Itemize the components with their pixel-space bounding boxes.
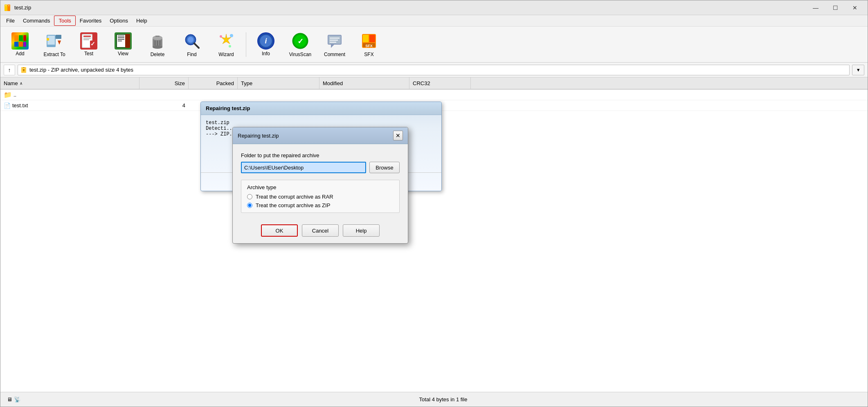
table-row[interactable]: 📁 .. — [0, 90, 868, 100]
comment-label: Comment — [324, 52, 345, 57]
repair-fg-titlebar: Repairing test.zip ✕ — [233, 127, 408, 144]
fg-help-button[interactable]: Help — [343, 224, 380, 237]
find-label: Find — [187, 52, 196, 57]
col-header-modified[interactable]: Modified — [319, 77, 409, 89]
menu-bar: File Commands Tools Favorites Options He… — [0, 15, 868, 27]
col-packed-label: Packed — [216, 80, 234, 86]
svg-point-40 — [188, 37, 193, 43]
find-icon — [182, 32, 201, 50]
col-header-crc32[interactable]: CRC32 — [409, 77, 471, 89]
svg-rect-2 — [5, 5, 7, 6]
repair-bg-title: Repairing test.zip — [206, 105, 250, 111]
comment-icon — [325, 32, 344, 50]
menu-options[interactable]: Options — [106, 16, 132, 25]
status-icon-1: 🖥 — [7, 396, 12, 402]
svg-rect-60 — [369, 35, 375, 42]
svg-rect-56 — [330, 40, 338, 41]
col-header-name[interactable]: Name ∧ — [0, 77, 139, 89]
wizard-label: Wizard — [218, 52, 234, 57]
col-header-size[interactable]: Size — [139, 77, 189, 89]
col-modified-label: Modified — [323, 80, 343, 86]
dialog-close-button[interactable]: ✕ — [393, 131, 403, 140]
test-button[interactable]: ✓ Test — [72, 29, 105, 61]
radio-zip-label: Treat the corrupt archive as ZIP — [256, 202, 330, 208]
ok-button[interactable]: OK — [261, 224, 298, 237]
minimize-button[interactable]: — — [806, 2, 825, 14]
file-cell-modified — [319, 90, 409, 100]
radio-rar[interactable] — [247, 194, 252, 199]
delete-button[interactable]: Delete — [141, 29, 174, 61]
extract-label: Extract To — [43, 52, 65, 57]
maximize-button[interactable]: ☐ — [826, 2, 845, 14]
svg-rect-8 — [14, 42, 18, 47]
file-name: .. — [13, 92, 16, 98]
browse-button[interactable]: Browse — [369, 162, 400, 173]
svg-point-44 — [220, 35, 222, 38]
address-dropdown[interactable]: ▾ — [852, 65, 864, 75]
col-crc32-label: CRC32 — [413, 80, 430, 86]
repair-fg-footer: OK Cancel Help — [233, 219, 408, 243]
menu-tools[interactable]: Tools — [54, 16, 75, 26]
zip-file-icon — [20, 67, 27, 73]
svg-rect-9 — [19, 42, 23, 47]
col-header-type[interactable]: Type — [238, 77, 319, 89]
sort-arrow-name: ∧ — [20, 81, 22, 86]
radio-zip-row: Treat the corrupt archive as ZIP — [247, 202, 394, 208]
svg-point-32 — [153, 45, 162, 49]
sfx-button[interactable]: SFX SFX — [353, 29, 385, 61]
info-button[interactable]: i Info — [250, 29, 282, 61]
extract-button[interactable]: Extract To — [38, 29, 71, 61]
menu-commands[interactable]: Commands — [19, 16, 54, 25]
archive-type-group: Archive type Treat the corrupt archive a… — [241, 180, 400, 213]
svg-text:✓: ✓ — [297, 37, 304, 45]
svg-text:SFX: SFX — [365, 44, 373, 48]
svg-rect-19 — [83, 38, 91, 38]
svg-rect-34 — [155, 36, 160, 37]
address-path: test.zip - ZIP archive, unpacked size 4 … — [18, 65, 850, 75]
up-button[interactable]: ↑ — [4, 65, 15, 75]
cancel-button[interactable]: Cancel — [302, 224, 339, 237]
virusscan-label: VirusScan — [289, 52, 311, 57]
wizard-button[interactable]: Wizard — [210, 29, 243, 61]
menu-favorites[interactable]: Favorites — [76, 16, 106, 25]
view-label: View — [118, 51, 128, 57]
col-header-packed[interactable]: Packed — [189, 77, 238, 89]
close-button[interactable]: ✕ — [846, 2, 864, 14]
svg-rect-65 — [23, 68, 25, 69]
view-icon — [115, 32, 132, 50]
svg-point-45 — [229, 45, 231, 47]
svg-rect-67 — [23, 70, 25, 71]
svg-rect-20 — [83, 39, 89, 40]
radio-zip[interactable] — [247, 203, 252, 208]
status-bar: 🖥 📡 Total 4 bytes in 1 file — [0, 392, 868, 407]
address-bar: ↑ test.zip - ZIP archive, unpacked size … — [0, 63, 868, 77]
svg-rect-13 — [56, 35, 61, 39]
menu-file[interactable]: File — [2, 16, 19, 25]
virusscan-icon: ✓ — [291, 32, 310, 50]
find-button[interactable]: Find — [175, 29, 208, 61]
virusscan-button[interactable]: ✓ VirusScan — [284, 29, 317, 61]
svg-rect-26 — [118, 36, 124, 36]
comment-button[interactable]: Comment — [318, 29, 351, 61]
sfx-label: SFX — [364, 52, 373, 57]
repair-log-line-1: test.zip — [206, 120, 436, 126]
repair-fg-content: Folder to put the repaired archive Brows… — [233, 144, 408, 219]
title-bar: test.zip — ☐ ✕ — [0, 0, 868, 15]
svg-rect-25 — [125, 34, 130, 48]
svg-marker-14 — [58, 41, 61, 45]
svg-point-43 — [230, 34, 233, 37]
svg-rect-27 — [118, 37, 124, 38]
file-cell-name: 📁 .. — [0, 90, 139, 100]
main-window: test.zip — ☐ ✕ File Commands Tools Favor… — [0, 0, 868, 407]
file-cell-type — [238, 90, 319, 100]
add-button[interactable]: Add — [4, 29, 36, 61]
menu-help[interactable]: Help — [132, 16, 151, 25]
file-list-header: Name ∧ Size Packed Type Modified CRC32 — [0, 77, 868, 90]
path-text: test.zip - ZIP archive, unpacked size 4 … — [29, 67, 133, 73]
repair-fg-title: Repairing test.zip — [238, 133, 279, 139]
svg-rect-29 — [118, 41, 122, 41]
folder-input[interactable] — [241, 162, 366, 173]
svg-rect-59 — [363, 35, 369, 42]
repair-bg-titlebar: Repairing test.zip — [201, 102, 441, 115]
view-button[interactable]: View — [107, 29, 139, 61]
